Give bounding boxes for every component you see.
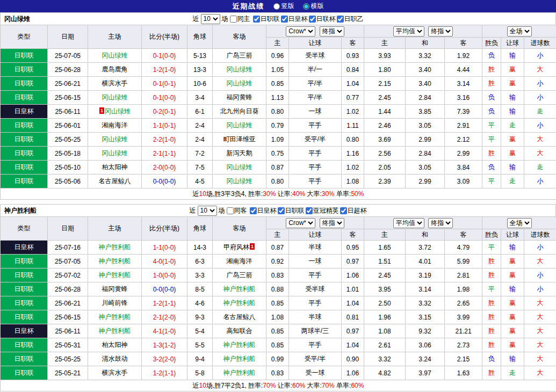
- league-filter[interactable]: 日皇杯: [250, 206, 277, 215]
- league-filter[interactable]: 日职联: [253, 14, 280, 24]
- league-filter-checkbox[interactable]: [253, 16, 260, 23]
- away-team-link[interactable]: 北九州向日葵: [220, 107, 259, 115]
- home-team-link[interactable]: 横滨水手: [102, 369, 128, 376]
- score-cell[interactable]: 0-0(0-0): [142, 175, 187, 188]
- same-venue-checkbox[interactable]: [230, 16, 237, 23]
- home-team-link[interactable]: 柏太阳神: [102, 163, 128, 171]
- league-filter[interactable]: 日职乙: [337, 14, 364, 24]
- score-cell[interactable]: 0-2(0-1): [142, 105, 187, 119]
- home-team-link[interactable]: 冈山绿雉: [102, 135, 128, 143]
- away-team-link[interactable]: 广岛三箭: [227, 271, 252, 279]
- home-team-link[interactable]: 冈山绿雉: [102, 93, 128, 101]
- away-team-link[interactable]: 冈山绿雉: [227, 66, 252, 73]
- bookmaker-select[interactable]: Crow*: [286, 26, 315, 37]
- league-filter-checkbox[interactable]: [337, 16, 344, 23]
- asia-away-odds: 0.84: [342, 63, 364, 77]
- home-team-link[interactable]: 神户胜利船: [99, 271, 131, 279]
- scope-select[interactable]: 全场: [507, 26, 532, 37]
- away-team-link[interactable]: 高知联合: [227, 327, 252, 335]
- same-venue-filter[interactable]: 同客: [227, 206, 247, 215]
- score-cell[interactable]: 4-0(1-0): [142, 255, 187, 268]
- home-team-link[interactable]: 神户胜利船: [99, 257, 131, 265]
- home-team-link[interactable]: 川崎前锋: [102, 299, 128, 307]
- same-venue-filter[interactable]: 同主: [230, 14, 250, 24]
- home-team-link[interactable]: 名古屋鲸八: [99, 177, 131, 185]
- home-team-link[interactable]: 神户胜利船: [99, 243, 131, 251]
- score-cell[interactable]: 1-1(0-0): [142, 241, 187, 255]
- score-cell[interactable]: 1-0(0-0): [142, 268, 187, 282]
- score-cell[interactable]: 1-3(1-2): [142, 338, 187, 352]
- score-cell[interactable]: 0-0(0-0): [142, 282, 187, 296]
- away-team-link[interactable]: 神户胜利船: [223, 299, 256, 307]
- home-team-link[interactable]: 横滨水手: [102, 79, 128, 87]
- vertical-radio[interactable]: [273, 3, 280, 10]
- same-venue-checkbox[interactable]: [227, 207, 234, 214]
- score-cell[interactable]: 2-2(1-0): [142, 133, 187, 147]
- score-cell[interactable]: 4-1(1-0): [142, 324, 187, 338]
- score-cell[interactable]: 2-0(0-0): [142, 161, 187, 175]
- score-cell[interactable]: 1-1(0-1): [142, 119, 187, 133]
- away-team-link[interactable]: 冈山绿雉: [227, 177, 252, 185]
- home-team-link[interactable]: 清水鼓动: [102, 355, 128, 362]
- score-cell[interactable]: 0-1(0-1): [142, 77, 187, 91]
- home-team-link[interactable]: 冈山绿雉: [102, 149, 128, 157]
- league-filter-checkbox[interactable]: [309, 16, 316, 23]
- league-filter[interactable]: 日皇杯: [281, 14, 308, 24]
- europe-odds-stage-select[interactable]: 终指: [428, 218, 453, 228]
- layout-option-vertical[interactable]: 竖版: [273, 2, 294, 11]
- away-team-link[interactable]: 福冈黄蜂: [227, 93, 252, 101]
- home-team-link[interactable]: 神户胜利船: [99, 313, 131, 321]
- match-count-select[interactable]: 10: [198, 206, 217, 216]
- scope-select[interactable]: 全场: [507, 218, 532, 228]
- league-filter-checkbox[interactable]: [281, 16, 288, 23]
- league-filter-checkbox[interactable]: [250, 207, 257, 214]
- away-team-cell: 神户胜利船: [213, 338, 266, 352]
- match-date: 25-06-28: [48, 282, 88, 296]
- home-team-link[interactable]: 鹿岛鹿角: [102, 66, 128, 73]
- away-team-link[interactable]: 冈山绿雉: [227, 79, 252, 87]
- score-cell[interactable]: 3-2(2-0): [142, 352, 187, 366]
- bookmaker-select[interactable]: Crow*: [286, 218, 315, 228]
- match-count-select[interactable]: 10: [201, 14, 220, 24]
- home-team-link[interactable]: 神户胜利船: [99, 327, 131, 335]
- horizontal-radio[interactable]: [303, 3, 309, 10]
- league-filter[interactable]: 日职联: [278, 206, 305, 215]
- home-team-link[interactable]: 冈山绿雉: [102, 52, 128, 59]
- away-team-link[interactable]: 神户胜利船: [223, 341, 256, 349]
- home-team-link[interactable]: 湘南海洋: [102, 121, 128, 129]
- away-team-link[interactable]: 甲府风林: [223, 243, 249, 251]
- away-team-link[interactable]: 湘南海洋: [227, 257, 252, 265]
- europe-average-select[interactable]: 平均值: [393, 26, 424, 37]
- layout-option-horizontal[interactable]: 横版: [303, 2, 324, 11]
- away-team-link[interactable]: 神户胜利船: [223, 369, 256, 376]
- score-cell[interactable]: 1-2(1-1): [142, 296, 187, 310]
- score-cell[interactable]: 0-1(0-0): [142, 49, 187, 63]
- score-cell[interactable]: 2-1(1-1): [142, 147, 187, 161]
- away-team-link[interactable]: 名古屋鲸八: [223, 313, 256, 321]
- score-cell[interactable]: 1-2(1-1): [142, 366, 187, 380]
- score-cell[interactable]: 1-2(1-0): [142, 63, 187, 77]
- corner-cell: 2-4: [187, 119, 213, 133]
- europe-average-select[interactable]: 平均值: [393, 218, 424, 228]
- away-team-link[interactable]: 广岛三箭: [227, 52, 252, 59]
- home-team-link[interactable]: 福冈黄蜂: [102, 285, 128, 293]
- league-filter[interactable]: 日超杯: [340, 206, 367, 215]
- score-cell[interactable]: 2-1(2-0): [142, 310, 187, 324]
- league-filter-checkbox[interactable]: [306, 207, 313, 214]
- home-team-link[interactable]: 柏太阳神: [102, 341, 128, 349]
- score-cell[interactable]: 0-1(0-0): [142, 91, 187, 105]
- league-filter-checkbox[interactable]: [340, 207, 347, 214]
- league-filter[interactable]: 日联杯: [309, 14, 336, 24]
- away-team-link[interactable]: 町田泽维亚: [223, 135, 256, 143]
- away-team-link[interactable]: 神户胜利船: [223, 355, 256, 362]
- league-filter[interactable]: 亚冠精英: [306, 206, 339, 215]
- away-team-link[interactable]: 新泻天鹅: [227, 149, 252, 157]
- league-filter-checkbox[interactable]: [278, 207, 285, 214]
- home-team-link[interactable]: 冈山绿雉: [105, 107, 131, 115]
- away-team-link[interactable]: 神户胜利船: [223, 285, 256, 293]
- away-team-link[interactable]: 冈山绿雉: [227, 163, 252, 171]
- away-team-link[interactable]: 冈山绿雉: [227, 121, 252, 129]
- europe-odds-stage-select[interactable]: 终指: [428, 26, 453, 37]
- asia-odds-stage-select[interactable]: 终指: [320, 218, 344, 228]
- asia-odds-stage-select[interactable]: 终指: [320, 26, 344, 37]
